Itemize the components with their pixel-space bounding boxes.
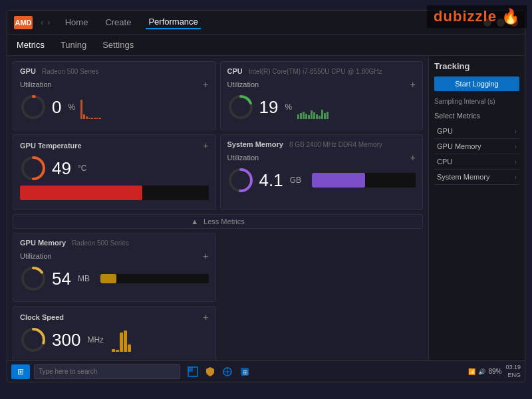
gpu-temp-card: GPU Temperature + 49 °C bbox=[13, 134, 216, 210]
nav-arrows: ‹ › bbox=[41, 17, 51, 27]
tray-network-icon: 📶 bbox=[468, 368, 475, 375]
cpu-util-unit: % bbox=[285, 102, 292, 112]
gpu-temp-metric-row: 49 °C bbox=[20, 155, 209, 182]
sub-navigation: Metrics Tuning Settings bbox=[7, 35, 525, 56]
tracking-gpu-memory-category[interactable]: GPU Memory › bbox=[434, 139, 519, 154]
cpu-util-label-row: Utilization + bbox=[227, 79, 416, 90]
tracking-cpu-category[interactable]: CPU › bbox=[434, 154, 519, 170]
gpu-mem-bar-fill bbox=[100, 274, 116, 283]
nav-back-button[interactable]: ‹ bbox=[41, 17, 43, 27]
gpu-temp-value: 49 bbox=[52, 160, 71, 177]
taskbar-icon-shield[interactable] bbox=[203, 364, 217, 379]
nav-home[interactable]: Home bbox=[63, 16, 91, 29]
taskbar-search-input[interactable] bbox=[34, 364, 180, 379]
amd-app-window: AMD ‹ › Home Create Performance Metrics … bbox=[7, 10, 525, 382]
start-logging-button[interactable]: Start Logging bbox=[434, 76, 519, 91]
tracking-title: Tracking bbox=[434, 61, 519, 71]
gpu-mem-add-button[interactable]: + bbox=[203, 251, 208, 261]
sys-mem-metric-row: 4.1 GB bbox=[227, 167, 416, 194]
battery-level: 89% bbox=[488, 368, 501, 375]
cpu-title: CPU bbox=[227, 67, 243, 75]
gpu-subtitle: Radeon 500 Series bbox=[42, 68, 99, 75]
cpu-card: CPU Intel(R) Core(TM) i7-8550U CPU @ 1.8… bbox=[220, 61, 424, 130]
gpu-temp-bar-row bbox=[20, 186, 209, 200]
tab-tuning[interactable]: Tuning bbox=[59, 37, 88, 53]
start-button[interactable]: ⊞ bbox=[11, 364, 30, 379]
dubizzle-watermark: dubizzle 🔥 bbox=[427, 5, 527, 28]
gpu-mem-value: 54 bbox=[52, 270, 71, 287]
gpu-mem-util-label: Utilization bbox=[20, 252, 52, 260]
amd-logo-text: AMD bbox=[15, 19, 31, 27]
nav-performance[interactable]: Performance bbox=[146, 15, 200, 29]
gpu-utilization-label: Utilization bbox=[20, 80, 52, 88]
gpu-title: GPU bbox=[20, 67, 36, 75]
tab-settings[interactable]: Settings bbox=[101, 37, 135, 53]
tracking-panel: Tracking Start Logging Sampling Interval… bbox=[428, 56, 525, 360]
gpu-temp-unit: °C bbox=[78, 164, 86, 173]
clock-speed-header: Clock Speed + bbox=[20, 312, 209, 323]
clock-speed-add-button[interactable]: + bbox=[203, 312, 208, 323]
gpu-temp-bar-fill bbox=[20, 186, 142, 200]
sys-mem-bar-fill bbox=[312, 173, 365, 188]
taskbar-icon-store[interactable]: ⊞ bbox=[237, 364, 252, 379]
clock-speed-unit: MHz bbox=[87, 335, 104, 344]
tracking-gpu-category[interactable]: GPU › bbox=[434, 124, 519, 139]
clock-time: 03:19 bbox=[505, 364, 521, 372]
less-metrics-label: Less Metrics bbox=[203, 217, 245, 225]
left-panel: GPU Radeon 500 Series Utilization + bbox=[7, 56, 428, 360]
system-memory-card: System Memory 8 GB 2400 MHz DDR4 Memory … bbox=[220, 134, 424, 210]
chevron-right-icon-gpu-mem: › bbox=[515, 143, 517, 150]
chevron-right-icon-cpu: › bbox=[515, 158, 517, 166]
less-metrics-button[interactable]: ▲ Less Metrics bbox=[13, 214, 423, 229]
sampling-interval-label: Sampling Interval (s) bbox=[434, 98, 519, 105]
sys-mem-title: System Memory bbox=[227, 140, 283, 148]
gpu-mem-header: GPU Memory Radeon 500 Series bbox=[20, 239, 209, 247]
tracking-cpu-label: CPU bbox=[437, 158, 452, 166]
cpu-subtitle: Intel(R) Core(TM) i7-8550U CPU @ 1.80GHz bbox=[249, 68, 382, 75]
tracking-gpu-label: GPU bbox=[437, 127, 453, 135]
sys-mem-gauge bbox=[227, 167, 254, 194]
svg-text:⊞: ⊞ bbox=[243, 369, 248, 376]
gpu-temp-gauge bbox=[20, 155, 47, 182]
sys-mem-unit: GB bbox=[290, 176, 301, 185]
gpu-temp-bar-container bbox=[20, 186, 209, 200]
cpu-gauge bbox=[227, 94, 254, 120]
gpu-util-chart bbox=[80, 95, 208, 119]
tab-metrics[interactable]: Metrics bbox=[15, 37, 46, 53]
svg-rect-13 bbox=[188, 367, 193, 372]
taskbar-search-container bbox=[34, 364, 180, 379]
tray-volume-icon: 🔊 bbox=[478, 368, 485, 375]
taskbar-right-area: 📶 🔊 89% 03:19 ENG bbox=[468, 364, 521, 379]
sys-mem-bar-container bbox=[312, 173, 416, 188]
gpu-temp-add-button[interactable]: + bbox=[203, 140, 208, 151]
cpu-util-add-button[interactable]: + bbox=[410, 79, 416, 90]
gpu-util-label-row: Utilization + bbox=[20, 79, 209, 90]
sys-mem-add-button[interactable]: + bbox=[410, 152, 416, 163]
gpu-mem-gauge bbox=[20, 265, 47, 292]
gpu-util-add-button[interactable]: + bbox=[203, 79, 208, 90]
cpu-metric-row: 19 % bbox=[227, 94, 416, 120]
gpu-util-value: 0 bbox=[52, 98, 61, 116]
taskbar-icon-explorer[interactable] bbox=[186, 364, 200, 379]
watermark-accent: zzle bbox=[467, 8, 497, 25]
gpu-mem-title: GPU Memory bbox=[20, 239, 66, 247]
cpu-utilization-label: Utilization bbox=[227, 80, 259, 88]
tracking-sys-mem-label: System Memory bbox=[437, 173, 489, 181]
taskbar-icon-browser[interactable] bbox=[220, 364, 235, 379]
tracking-gpu-memory-label: GPU Memory bbox=[437, 142, 481, 150]
tracking-system-memory-category[interactable]: System Memory › bbox=[434, 170, 519, 185]
metrics-grid: GPU Radeon 500 Series Utilization + bbox=[13, 61, 423, 360]
chevron-up-icon: ▲ bbox=[191, 217, 198, 225]
nav-forward-button[interactable]: › bbox=[47, 17, 50, 27]
gpu-card-header: GPU Radeon 500 Series bbox=[20, 67, 209, 75]
clock-speed-gauge bbox=[20, 327, 47, 353]
clock-speed-card: Clock Speed + 300 MHz bbox=[13, 306, 216, 360]
taskbar: ⊞ ⊞ 📶 🔊 89% 03:19 bbox=[7, 360, 525, 382]
sys-mem-util-label: Utilization bbox=[227, 154, 259, 162]
nav-create[interactable]: Create bbox=[102, 16, 134, 29]
clock-speed-chart bbox=[112, 328, 208, 352]
watermark-text: dubi bbox=[434, 8, 467, 25]
gpu-mem-util-label-row: Utilization + bbox=[20, 251, 209, 261]
clock-lang: ENG bbox=[505, 372, 521, 380]
amd-logo: AMD bbox=[14, 16, 33, 29]
